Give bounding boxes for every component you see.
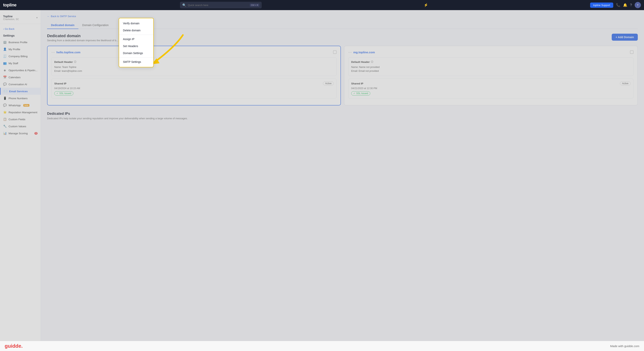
page-overlay [0, 10, 644, 341]
topnav-right: topline Support 📞 🔔 ? T [590, 2, 641, 8]
guidde-logo: guidde. [5, 343, 22, 349]
help-icon[interactable]: ? [630, 3, 632, 7]
search-input[interactable] [188, 4, 248, 6]
lightning-icon[interactable]: ⚡ [424, 3, 428, 7]
phone-icon[interactable]: 📞 [616, 3, 620, 7]
footer-tagline: Made with guidde.com [610, 344, 639, 348]
menu-item-verify-domain[interactable]: Verify domain [119, 20, 153, 27]
search-icon: 🔍 [182, 3, 186, 7]
bell-icon[interactable]: 🔔 [623, 3, 627, 7]
avatar[interactable]: T [635, 2, 641, 8]
context-menu: Verify domain Delete domain Assign IP Se… [119, 18, 154, 67]
top-nav: topline 🔍 Ctrl + K ⚡ topline Support 📞 🔔… [0, 0, 644, 10]
support-button[interactable]: topline Support [590, 2, 613, 8]
menu-item-set-headers[interactable]: Set Headers [119, 42, 153, 50]
menu-item-delete-domain[interactable]: Delete domain [119, 27, 153, 34]
menu-item-assign-ip[interactable]: Assign IP [119, 36, 153, 42]
search-bar[interactable]: 🔍 Ctrl + K [180, 2, 262, 8]
search-shortcut: Ctrl + K [250, 4, 259, 6]
footer: guidde. Made with guidde.com [0, 341, 644, 351]
menu-item-smtp-settings[interactable]: SMTP Settings [119, 58, 153, 65]
menu-item-domain-settings[interactable]: Domain Settings [119, 50, 153, 56]
app-logo: topline [3, 2, 16, 8]
